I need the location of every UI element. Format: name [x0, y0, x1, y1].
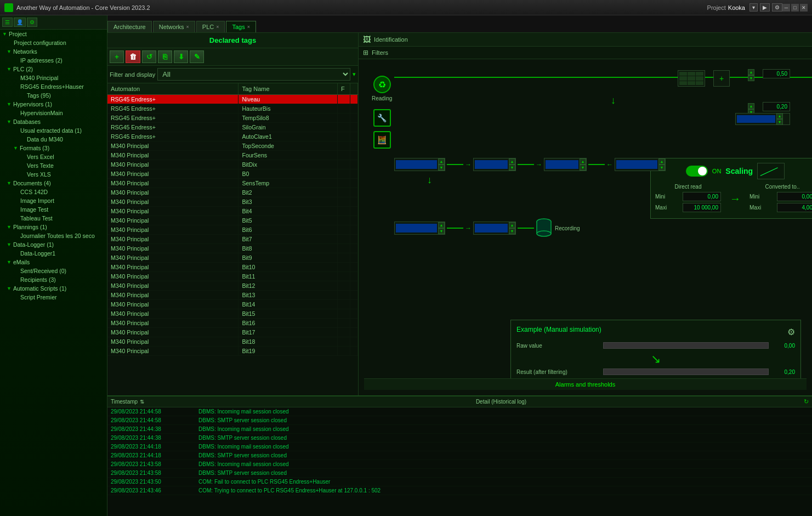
table-row[interactable]: M340 PrincipalBit9: [107, 253, 358, 263]
sidebar-item-vers-excel[interactable]: Vers Excel: [0, 152, 107, 161]
minimize-button[interactable]: ─: [782, 4, 790, 12]
arr-dn-3[interactable]: ▼: [776, 119, 783, 125]
table-row[interactable]: RSG45 Endress+AutoClave1: [107, 132, 358, 141]
arr-up-1[interactable]: ▲: [748, 69, 754, 75]
list-item[interactable]: 29/08/2023 21:43:50COM: Fail to connect …: [107, 478, 812, 486]
sidebar-item-vers-xls[interactable]: Vers XLS: [0, 170, 107, 179]
tab-plc[interactable]: PLC×: [196, 21, 225, 32]
direct-mini-input[interactable]: [683, 192, 721, 201]
maximize-button[interactable]: □: [791, 4, 799, 12]
sidebar-item-databases[interactable]: ▼Databases: [0, 117, 107, 126]
project-play[interactable]: ▶: [760, 3, 770, 12]
list-item[interactable]: 29/08/2023 21:44:38DBMS: Incoming mail s…: [107, 425, 812, 434]
sp-arr-up-6[interactable]: ▲: [509, 222, 515, 228]
project-settings[interactable]: ⚙: [772, 3, 782, 12]
log-refresh-button[interactable]: ↻: [804, 398, 809, 405]
list-item[interactable]: 29/08/2023 21:44:58DBMS: Incoming mail s…: [107, 407, 812, 416]
filter-dropdown-btn[interactable]: ▾: [353, 71, 356, 78]
list-item[interactable]: 29/08/2023 21:44:18DBMS: Incoming mail s…: [107, 443, 812, 451]
scaling-toggle[interactable]: [686, 166, 708, 177]
table-row[interactable]: M340 PrincipalBit5: [107, 216, 358, 225]
sidebar-item-datalogger1[interactable]: Data-Logger1: [0, 249, 107, 258]
sidebar-item-documents[interactable]: ▼Documents (4): [0, 179, 107, 188]
sidebar-item-vers-texte[interactable]: Vers Texte: [0, 161, 107, 170]
sidebar-item-journalier[interactable]: Journalier Toutes les 20 seco: [0, 231, 107, 240]
sidebar-item-datalogger[interactable]: ▼Data-Logger (1): [0, 240, 107, 249]
table-row[interactable]: RSG45 Endress+SiloGrain: [107, 123, 358, 132]
project-dropdown[interactable]: ▾: [749, 3, 758, 12]
table-row[interactable]: M340 PrincipalBit12: [107, 281, 358, 291]
table-row[interactable]: M340 PrincipalBit7: [107, 235, 358, 244]
tool-icon[interactable]: 🔧: [373, 109, 391, 127]
sidebar-item-auto-scripts[interactable]: ▼Automatic Scripts (1): [0, 284, 107, 293]
sidebar-item-emails[interactable]: ▼eMails: [0, 258, 107, 266]
table-row[interactable]: M340 PrincipalTopSeconde: [107, 141, 358, 151]
arr-up-3[interactable]: ▲: [776, 113, 783, 119]
filter-select[interactable]: All: [157, 68, 350, 81]
tab-architecture[interactable]: Architecture: [107, 21, 152, 32]
table-row[interactable]: M340 PrincipalBit3: [107, 197, 358, 207]
table-row[interactable]: M340 PrincipalBit11: [107, 272, 358, 281]
download-tags-button[interactable]: ⬇: [174, 50, 188, 63]
table-row[interactable]: M340 PrincipalBit6: [107, 225, 358, 235]
delete-tag-button[interactable]: 🗑: [126, 50, 140, 63]
sidebar-item-ip-addresses[interactable]: IP addresses (2): [0, 56, 107, 65]
table-row[interactable]: M340 PrincipalBit2: [107, 188, 358, 197]
calc-icon-btn[interactable]: 🧮: [373, 131, 391, 149]
close-tab-tags[interactable]: ×: [247, 24, 250, 30]
sp-arr-dn-4[interactable]: ▼: [658, 165, 665, 171]
direct-maxi-input[interactable]: [683, 203, 721, 212]
sort-icon[interactable]: ⇅: [140, 399, 144, 405]
sidebar-item-m340[interactable]: M340 Principal: [0, 73, 107, 82]
sidebar-item-tags95[interactable]: Tags (95): [0, 91, 107, 100]
table-row[interactable]: M340 PrincipalBit8: [107, 244, 358, 253]
arr-up-2[interactable]: ▲: [748, 103, 754, 109]
sp-arr-up-4[interactable]: ▲: [658, 158, 665, 165]
list-item[interactable]: 29/08/2023 21:44:38DBMS: SMTP server ses…: [107, 434, 812, 443]
sidebar-config-btn[interactable]: ⚙: [27, 18, 37, 27]
table-row[interactable]: RSG45 Endress+Niveau: [107, 95, 358, 104]
tab-networks[interactable]: Networks×: [153, 21, 195, 32]
sidebar-menu-btn[interactable]: ☰: [2, 18, 13, 27]
table-row[interactable]: M340 PrincipalBitDix: [107, 160, 358, 169]
sp-arr-dn-6[interactable]: ▼: [509, 228, 515, 234]
close-tab-networks[interactable]: ×: [186, 24, 189, 30]
sp-arr-dn-5[interactable]: ▼: [438, 228, 445, 234]
add-tag-button[interactable]: +: [110, 50, 124, 63]
tab-tags[interactable]: Tags×: [226, 21, 256, 32]
refresh-tags-button[interactable]: ↺: [142, 50, 156, 63]
sidebar-item-formats[interactable]: ▼Formats (3): [0, 144, 107, 152]
sidebar-item-rsg45[interactable]: RSG45 Endress+Hauser: [0, 82, 107, 91]
sidebar-item-script-premier[interactable]: Script Premier: [0, 293, 107, 302]
list-item[interactable]: 29/08/2023 21:43:46COM: Trying to connec…: [107, 486, 812, 495]
settings-gear-icon[interactable]: ⚙: [787, 327, 795, 337]
sp-arr-up-3[interactable]: ▲: [580, 158, 586, 165]
sidebar-item-plc[interactable]: ▼PLC (2): [0, 65, 107, 73]
close-button[interactable]: ✕: [800, 4, 808, 12]
sidebar-item-m340-data[interactable]: Data du M340: [0, 135, 107, 144]
sp-arr-up-2[interactable]: ▲: [509, 158, 515, 165]
table-row[interactable]: M340 PrincipalBit15: [107, 309, 358, 319]
list-item[interactable]: 29/08/2023 21:44:18DBMS: SMTP server ses…: [107, 451, 812, 460]
copy-tag-button[interactable]: ⎘: [158, 50, 172, 63]
sidebar-user-btn[interactable]: 👤: [14, 18, 26, 27]
table-row[interactable]: M340 PrincipalBit16: [107, 319, 358, 328]
sidebar-item-networks[interactable]: ▼Networks: [0, 47, 107, 56]
sp-arr-up-5[interactable]: ▲: [438, 222, 445, 228]
sidebar-item-project-config[interactable]: Project configuration: [0, 38, 107, 47]
table-row[interactable]: M340 PrincipalBit14: [107, 300, 358, 309]
sp-arr-dn-3[interactable]: ▼: [580, 165, 586, 171]
list-item[interactable]: 29/08/2023 21:44:58DBMS: SMTP server ses…: [107, 416, 812, 425]
sp-arr-dn-2[interactable]: ▼: [509, 165, 515, 171]
table-row[interactable]: M340 PrincipalBit17: [107, 328, 358, 337]
sidebar-item-project[interactable]: ▼Project: [0, 30, 107, 38]
plus-block[interactable]: +: [713, 70, 730, 87]
sidebar-item-hvmain[interactable]: HypervisionMain: [0, 109, 107, 117]
list-item[interactable]: 29/08/2023 21:43:58DBMS: SMTP server ses…: [107, 469, 812, 478]
table-row[interactable]: M340 PrincipalSensTemp: [107, 179, 358, 188]
sidebar-item-tableau-test[interactable]: Tableau Test: [0, 214, 107, 223]
table-row[interactable]: M340 PrincipalBit4: [107, 207, 358, 216]
table-row[interactable]: M340 PrincipalBit19: [107, 347, 358, 356]
sidebar-item-sent-received[interactable]: Sent/Received (0): [0, 266, 107, 275]
list-item[interactable]: 29/08/2023 21:43:58DBMS: Incoming mail s…: [107, 460, 812, 469]
